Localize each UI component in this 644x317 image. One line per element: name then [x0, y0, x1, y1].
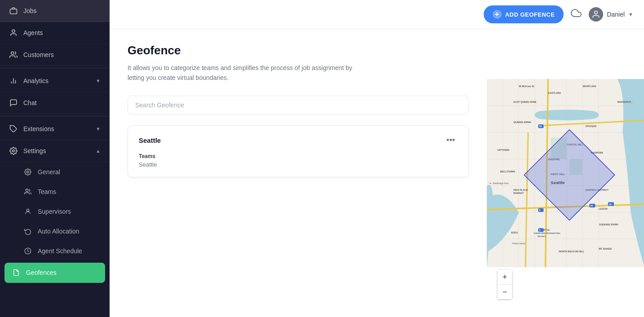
- sidebar-item-analytics[interactable]: Analytics ▼: [0, 70, 110, 92]
- sidebar-item-label: Agents: [23, 29, 43, 36]
- map-panel: EAST QUEEN ANNE QUEEN ANNE UPTOWN BELLTO…: [487, 29, 644, 317]
- svg-point-10: [26, 209, 29, 211]
- geofence-card: Seattle ••• Teams Seattle: [128, 125, 469, 177]
- svg-point-2: [11, 52, 14, 54]
- svg-text:NORTH BEACON HILL: NORTH BEACON HILL: [559, 250, 585, 253]
- supervisors-icon: [23, 207, 32, 216]
- sidebar-item-chat[interactable]: Chat: [0, 92, 110, 114]
- svg-text:5: 5: [539, 229, 541, 232]
- extensions-icon: [9, 124, 18, 133]
- sidebar-sub-item-label: Auto Allocation: [38, 228, 79, 235]
- sidebar-item-auto-allocation[interactable]: Auto Allocation: [0, 221, 110, 241]
- card-teams-info: Teams Seattle: [139, 153, 458, 168]
- plus-icon: +: [493, 10, 502, 19]
- svg-text:Harbor Island: Harbor Island: [512, 242, 525, 245]
- body-area: Geofence It allows you to categorize tea…: [110, 29, 644, 317]
- search-input[interactable]: [128, 96, 469, 114]
- sidebar-item-agent-schedule[interactable]: Agent Schedule: [0, 241, 110, 261]
- teams-icon: [23, 187, 32, 196]
- geofences-icon: [12, 268, 21, 277]
- analytics-icon: [9, 76, 18, 85]
- sidebar-item-extensions[interactable]: Extensions ▼: [0, 118, 110, 140]
- zoom-in-button[interactable]: +: [498, 270, 512, 284]
- sidebar-sub-item-label: General: [38, 168, 60, 176]
- settings-icon: [9, 146, 18, 155]
- sidebar-sub-item-label: Teams: [38, 188, 56, 195]
- jobs-icon: [9, 6, 18, 15]
- chevron-down-icon: ▼: [96, 126, 101, 132]
- svg-text:90: 90: [591, 205, 593, 207]
- sidebar-item-teams[interactable]: Teams: [0, 182, 110, 202]
- sidebar-sub-item-label: Agent Schedule: [38, 247, 82, 255]
- svg-text:MONTLAKE: MONTLAKE: [583, 85, 597, 88]
- svg-text:le - Bainbridge Ferry: le - Bainbridge Ferry: [490, 182, 509, 185]
- sidebar-item-label: Chat: [23, 99, 37, 106]
- svg-text:EAST QUEEN ANNE: EAST QUEEN ANNE: [513, 101, 536, 103]
- chevron-down-icon: ▼: [96, 78, 101, 84]
- sidebar-item-settings[interactable]: Settings ▲: [0, 140, 110, 162]
- agents-icon: [9, 28, 18, 37]
- sidebar-item-agents[interactable]: Agents: [0, 22, 110, 44]
- zoom-out-button[interactable]: −: [498, 285, 512, 299]
- left-panel: Geofence It allows you to categorize tea…: [110, 29, 487, 317]
- svg-point-1: [12, 30, 15, 32]
- svg-text:SODO: SODO: [511, 231, 518, 234]
- svg-point-7: [13, 150, 15, 152]
- svg-text:QUEEN ANNE: QUEEN ANNE: [513, 121, 531, 123]
- sidebar-item-label: Customers: [23, 51, 54, 58]
- add-geofence-button[interactable]: + ADD GEOFENCE: [484, 5, 564, 23]
- page-title: Geofence: [128, 44, 469, 57]
- sidebar-item-customers[interactable]: Customers: [0, 44, 110, 66]
- add-geofence-label: ADD GEOFENCE: [505, 11, 555, 18]
- svg-text:DISTRICT: DISTRICT: [538, 235, 547, 238]
- map-container: EAST QUEEN ANNE QUEEN ANNE UPTOWN BELLTO…: [487, 29, 644, 317]
- svg-text:MADISON P...: MADISON P...: [618, 101, 633, 103]
- svg-text:LESCHI: LESCHI: [599, 207, 608, 210]
- card-teams-value: Seattle: [139, 161, 458, 168]
- svg-text:EASTLAKE: EASTLAKE: [548, 92, 561, 94]
- customers-icon: [9, 50, 18, 59]
- sidebar-item-geofences[interactable]: Geofences: [4, 263, 105, 283]
- auto-allocation-icon: [23, 227, 32, 236]
- svg-text:UPTOWN: UPTOWN: [498, 149, 509, 151]
- svg-rect-0: [10, 9, 17, 14]
- sidebar-item-general[interactable]: General: [0, 162, 110, 182]
- svg-point-12: [595, 11, 598, 14]
- sidebar-item-label: Settings: [23, 147, 46, 154]
- sidebar-item-supervisors[interactable]: Supervisors: [0, 202, 110, 221]
- user-menu[interactable]: Daniel ▼: [589, 7, 633, 22]
- chat-icon: [9, 98, 18, 107]
- sidebar-item-label: Analytics: [23, 77, 49, 84]
- svg-text:JUDKINS PARK: JUDKINS PARK: [599, 223, 619, 226]
- avatar: [589, 7, 603, 22]
- main-content: + ADD GEOFENCE Daniel ▼ Geofence It allo…: [110, 0, 644, 317]
- svg-rect-52: [538, 208, 543, 212]
- header: + ADD GEOFENCE Daniel ▼: [110, 0, 644, 29]
- sidebar-item-label: Extensions: [23, 125, 54, 132]
- card-name: Seattle: [139, 136, 161, 144]
- cloud-sync-icon[interactable]: [571, 8, 582, 21]
- user-name: Daniel: [607, 11, 625, 18]
- page-description: It allows you to categorize teams and si…: [128, 63, 370, 83]
- svg-text:BELLTOWN: BELLTOWN: [500, 170, 515, 173]
- sidebar: Jobs Agents Customers Analytics ▼ Chat E…: [0, 0, 110, 317]
- sidebar-sub-item-label: Supervisors: [38, 208, 71, 215]
- svg-point-9: [26, 189, 28, 191]
- svg-text:5: 5: [539, 209, 541, 211]
- general-icon: [23, 167, 32, 176]
- svg-text:90: 90: [609, 203, 612, 206]
- sidebar-item-jobs[interactable]: Jobs: [0, 0, 110, 22]
- sidebar-item-label: Jobs: [23, 7, 37, 14]
- svg-text:MT. BAKER: MT. BAKER: [599, 247, 612, 250]
- card-teams-label: Teams: [139, 153, 458, 159]
- svg-rect-54: [538, 228, 543, 232]
- card-header: Seattle •••: [139, 135, 458, 146]
- svg-text:PIKE PLACE: PIKE PLACE: [513, 189, 528, 191]
- svg-text:99: 99: [539, 125, 542, 128]
- svg-text:STEVENS: STEVENS: [585, 125, 596, 128]
- card-menu-button[interactable]: •••: [444, 135, 458, 146]
- chevron-up-icon: ▲: [96, 148, 101, 154]
- map-zoom-controls: + −: [498, 270, 512, 299]
- agent-schedule-icon: [23, 247, 32, 255]
- svg-text:CHINATOWN-INTERNATIONAL: CHINATOWN-INTERNATIONAL: [534, 232, 561, 234]
